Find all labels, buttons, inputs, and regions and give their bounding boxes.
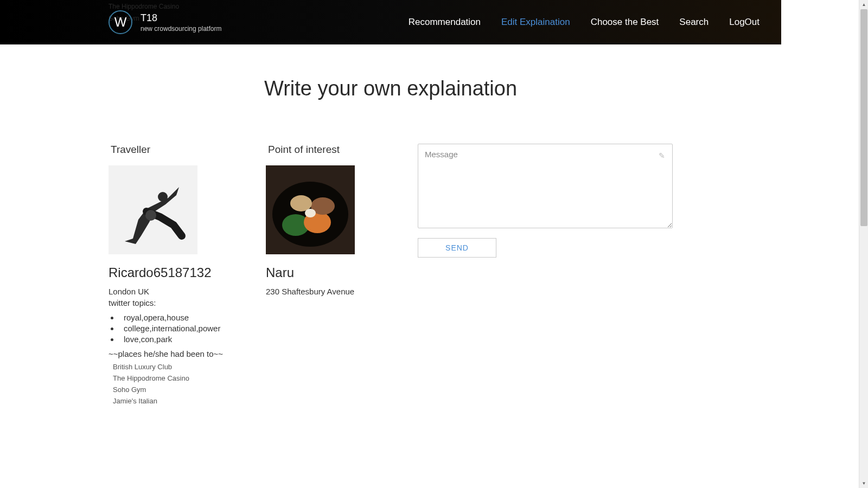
logo-text: T18 new crowdsourcing platform (141, 12, 221, 33)
list-item: royal,opera,house (119, 313, 244, 322)
main-header: The Hippodrome Casino Soho Gym W T18 new… (0, 0, 781, 44)
nav-logout[interactable]: LogOut (729, 17, 760, 28)
content-row: Traveller Ricardo65187132 London UK twit… (108, 144, 673, 408)
brand-title: T18 (141, 12, 221, 24)
list-item: The Hippodrome Casino (113, 374, 244, 382)
list-item: love,con,park (119, 335, 244, 344)
main-nav: Recommendation Edit Explaination Choose … (409, 17, 760, 28)
traveller-location: London UK (108, 287, 244, 296)
send-button[interactable]: SEND (418, 238, 496, 258)
food-icon (266, 165, 355, 254)
places-label: ~~places he/she had been to~~ (108, 349, 244, 358)
svg-point-1 (158, 192, 168, 202)
traveller-name: Ricardo65187132 (108, 265, 244, 280)
poi-label: Point of interest (268, 144, 396, 156)
message-column: ✎ SEND (418, 144, 673, 408)
list-item: British Luxury Club (113, 363, 244, 371)
nav-choose-best[interactable]: Choose the Best (591, 17, 659, 28)
poi-image (266, 165, 355, 254)
main-content: Write your own explaination Traveller Ri… (0, 44, 781, 430)
list-item: Soho Gym (113, 386, 244, 394)
logo-group[interactable]: W T18 new crowdsourcing platform (108, 10, 221, 34)
poi-column: Point of interest Naru 230 Shaftesbury A… (266, 144, 396, 408)
svg-point-9 (305, 209, 316, 217)
list-item: Jamie's Italian (113, 397, 244, 405)
traveller-image (108, 165, 197, 254)
list-item: college,international,power (119, 324, 244, 333)
svg-point-2 (145, 210, 156, 221)
poi-name: Naru (266, 265, 396, 280)
nav-edit-explaination[interactable]: Edit Explaination (501, 17, 570, 28)
poi-address: 230 Shaftesbury Avenue (266, 287, 396, 296)
message-input[interactable] (418, 144, 673, 228)
logo-icon: W (108, 10, 132, 34)
dancer-icon (108, 165, 197, 254)
twitter-topics-list: royal,opera,house college,international,… (119, 313, 244, 344)
brand-subtitle: new crowdsourcing platform (141, 25, 221, 33)
traveller-column: Traveller Ricardo65187132 London UK twit… (108, 144, 244, 408)
traveller-label: Traveller (111, 144, 244, 156)
places-list: British Luxury Club The Hippodrome Casin… (113, 363, 244, 405)
twitter-topics-label: twitter topics: (108, 298, 244, 307)
nav-search[interactable]: Search (679, 17, 709, 28)
page-title: Write your own explaination (108, 77, 673, 100)
nav-recommendation[interactable]: Recommendation (409, 17, 481, 28)
message-wrapper: ✎ (418, 144, 673, 230)
